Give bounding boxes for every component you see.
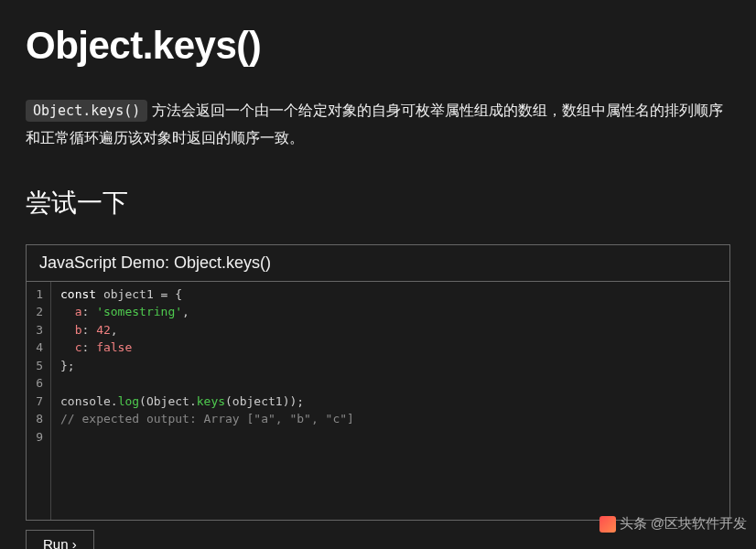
method-description: Object.keys() 方法会返回一个由一个给定对象的自身可枚举属性组成的数… <box>26 97 730 153</box>
line-number-gutter: 1 2 3 4 5 6 7 8 9 <box>27 282 51 520</box>
watermark: 头条 @区块软件开发 <box>599 515 747 533</box>
code-editor[interactable]: 1 2 3 4 5 6 7 8 9 const object1 = { a: '… <box>27 282 729 520</box>
demo-box: JavaScript Demo: Object.keys() 1 2 3 4 5… <box>26 244 730 521</box>
watermark-text: 头条 @区块软件开发 <box>620 515 747 533</box>
page-title: Object.keys() <box>26 24 730 68</box>
code-content[interactable]: const object1 = { a: 'somestring', b: 42… <box>51 282 729 520</box>
toutiao-logo-icon <box>599 516 616 533</box>
demo-header: JavaScript Demo: Object.keys() <box>27 245 729 282</box>
run-button[interactable]: Run › <box>26 530 94 549</box>
try-it-heading: 尝试一下 <box>26 186 730 221</box>
inline-code: Object.keys() <box>26 100 147 122</box>
